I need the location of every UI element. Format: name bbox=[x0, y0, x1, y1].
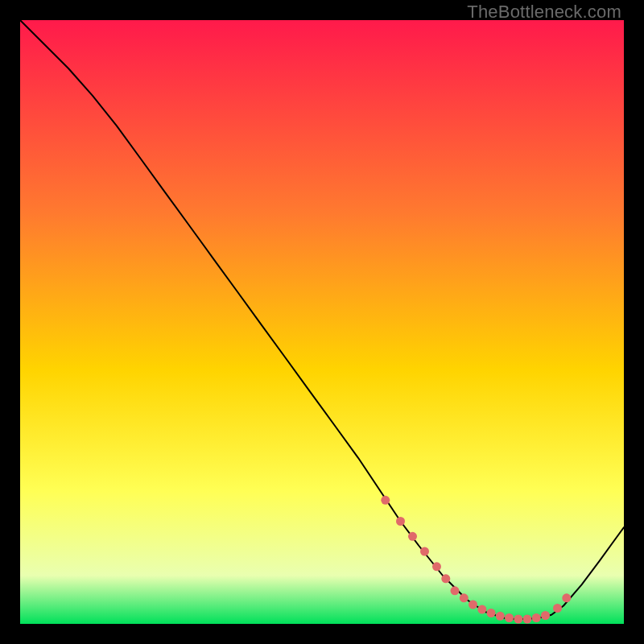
marker-dot bbox=[553, 604, 562, 613]
marker-dot bbox=[496, 612, 505, 621]
marker-dot bbox=[432, 562, 441, 571]
marker-dot bbox=[451, 586, 460, 595]
marker-dot bbox=[381, 496, 390, 505]
marker-dot bbox=[505, 613, 514, 622]
marker-dot bbox=[420, 547, 429, 556]
marker-dot bbox=[469, 601, 477, 609]
marker-dot bbox=[477, 605, 486, 614]
marker-dot bbox=[514, 615, 522, 624]
bottleneck-chart bbox=[20, 20, 624, 624]
marker-dot bbox=[441, 574, 450, 583]
marker-dot bbox=[460, 593, 469, 602]
marker-dot bbox=[523, 615, 532, 624]
chart-frame bbox=[20, 20, 624, 624]
watermark-text: TheBottleneck.com bbox=[467, 2, 621, 23]
marker-dot bbox=[408, 532, 417, 541]
marker-dot bbox=[487, 609, 496, 617]
gradient-bg bbox=[20, 20, 624, 624]
marker-dot bbox=[396, 517, 405, 526]
marker-dot bbox=[532, 613, 541, 622]
marker-dot bbox=[541, 611, 550, 620]
marker-dot bbox=[562, 593, 571, 602]
